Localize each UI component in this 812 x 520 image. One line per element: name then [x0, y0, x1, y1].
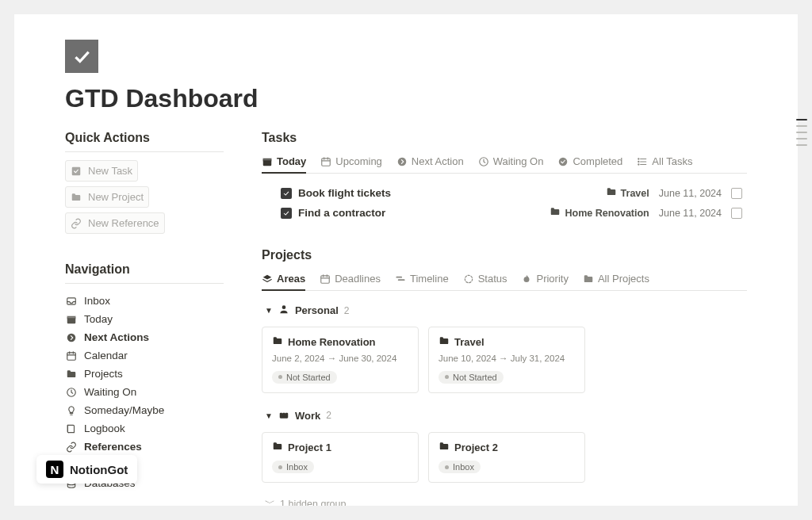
quick-action-new-project[interactable]: New Project	[65, 186, 149, 208]
tab-label: Next Action	[412, 155, 464, 167]
task-project[interactable]: Travel	[606, 186, 649, 200]
check-square-icon	[71, 166, 82, 177]
task-name: Find a contractor	[298, 207, 385, 219]
svg-rect-3	[67, 315, 76, 318]
nav-item-label: Inbox	[84, 295, 110, 307]
tasks-tab-next-action[interactable]: Next Action	[396, 151, 464, 173]
tab-label: Timeline	[410, 273, 449, 285]
quick-action-label: New Task	[88, 165, 132, 177]
group-count: 2	[326, 410, 331, 421]
quick-action-label: New Reference	[88, 217, 159, 229]
project-card-title: Home Renovation	[288, 336, 376, 348]
nav-item-projects[interactable]: Projects	[65, 365, 224, 383]
nav-item-today[interactable]: Today	[65, 310, 224, 328]
folder-icon	[272, 335, 283, 349]
hidden-group-label: 1 hidden group	[280, 499, 346, 507]
clock-icon	[65, 387, 78, 398]
nav-item-someday-maybe[interactable]: Someday/Maybe	[65, 401, 224, 419]
tasks-tab-completed[interactable]: Completed	[557, 151, 622, 173]
projects-tab-priority[interactable]: Priority	[521, 269, 568, 290]
task-done-checkbox[interactable]	[731, 188, 742, 199]
layers-icon	[262, 273, 273, 285]
folder-icon	[272, 441, 283, 454]
nav-item-label: Today	[84, 313, 113, 325]
tasks-tab-waiting-on[interactable]: Waiting On	[478, 151, 544, 173]
divider	[65, 283, 224, 284]
svg-rect-0	[72, 166, 81, 175]
tasks-tab-today[interactable]: Today	[262, 151, 306, 173]
project-group-header-work[interactable]: ▼ Work 2	[262, 406, 747, 426]
tasks-tab-upcoming[interactable]: Upcoming	[320, 151, 382, 173]
folder-icon	[65, 369, 78, 380]
calendar-today-icon	[262, 156, 273, 167]
svg-rect-13	[263, 158, 272, 160]
project-card[interactable]: Home Renovation June 2, 2024 → June 30, …	[262, 327, 419, 393]
projects-tab-deadlines[interactable]: Deadlines	[320, 269, 381, 290]
triangle-down-icon: ▼	[265, 306, 273, 315]
svg-point-18	[398, 157, 407, 166]
calendar-today-icon	[65, 314, 78, 325]
projects-tab-timeline[interactable]: Timeline	[395, 269, 449, 290]
task-name: Book flight tickets	[298, 187, 391, 199]
tasks-tab-all-tasks[interactable]: All Tasks	[637, 151, 692, 173]
flame-icon	[521, 273, 532, 285]
project-card[interactable]: Project 1 Inbox	[262, 432, 419, 484]
timeline-icon	[395, 273, 406, 285]
brand-logo-icon: N	[46, 461, 63, 478]
tab-label: Completed	[573, 155, 622, 167]
svg-rect-14	[322, 158, 331, 165]
nav-item-waiting-on[interactable]: Waiting On	[65, 383, 224, 401]
task-check-icon[interactable]	[281, 188, 292, 199]
task-row[interactable]: Find a contractor Home Renovation June 1…	[262, 203, 747, 223]
tab-label: Upcoming	[335, 155, 382, 167]
nav-item-inbox[interactable]: Inbox	[65, 292, 224, 310]
brand-badge[interactable]: N NotionGot	[36, 455, 137, 484]
task-date: June 11, 2024	[659, 188, 722, 199]
group-name: Personal	[295, 304, 339, 316]
quick-action-new-reference[interactable]: New Reference	[65, 212, 165, 234]
tab-label: All Tasks	[652, 155, 692, 167]
circle-dashed-icon	[463, 273, 474, 285]
project-card-title: Project 2	[454, 442, 498, 453]
svg-rect-5	[67, 352, 76, 359]
task-row[interactable]: Book flight tickets Travel June 11, 2024	[262, 183, 747, 203]
project-card[interactable]: Project 2 Inbox	[428, 432, 585, 484]
tab-label: Deadlines	[335, 273, 381, 285]
nav-item-label: Projects	[84, 368, 123, 380]
project-card[interactable]: Travel June 10, 2024 → July 31, 2024 Not…	[428, 327, 585, 393]
projects-tab-all-projects[interactable]: All Projects	[583, 269, 649, 290]
hidden-group-toggle[interactable]: ﹀ 1 hidden group	[262, 495, 747, 506]
task-check-icon[interactable]	[281, 208, 292, 219]
lightbulb-icon	[65, 405, 78, 416]
project-card-title: Travel	[454, 336, 485, 348]
nav-item-logbook[interactable]: Logbook	[65, 419, 224, 438]
project-status-tag: Not Started	[439, 371, 504, 384]
task-done-checkbox[interactable]	[731, 208, 742, 219]
chevron-down-icon: ﹀	[265, 497, 275, 506]
project-group-header-personal[interactable]: ▼ Personal 2	[262, 300, 747, 320]
project-status-tag: Inbox	[439, 461, 481, 473]
divider	[65, 151, 224, 152]
nav-item-next-actions[interactable]: Next Actions	[65, 328, 224, 346]
arrow-right-circle-icon	[65, 332, 78, 343]
page-icon-check	[65, 40, 98, 73]
projects-tab-areas[interactable]: Areas	[262, 269, 305, 290]
calendar-icon	[320, 273, 331, 285]
calendar-icon	[320, 156, 331, 167]
minimap	[796, 119, 807, 146]
quick-actions-heading: Quick Actions	[65, 131, 224, 145]
svg-point-24	[638, 158, 639, 159]
project-card-dates: June 10, 2024 → July 31, 2024	[439, 354, 575, 363]
nav-item-references[interactable]: References	[65, 438, 224, 456]
project-status-tag: Not Started	[272, 371, 337, 384]
group-name: Work	[295, 410, 320, 422]
nav-item-label: Next Actions	[84, 331, 149, 343]
briefcase-icon	[278, 409, 289, 422]
project-card-title: Project 1	[288, 442, 331, 453]
nav-item-calendar[interactable]: Calendar	[65, 346, 224, 365]
quick-action-new-task[interactable]: New Task	[65, 160, 138, 182]
task-project[interactable]: Home Renovation	[550, 206, 649, 220]
tab-label: Waiting On	[493, 155, 544, 167]
tab-label: Areas	[277, 273, 305, 285]
projects-tab-status[interactable]: Status	[463, 269, 508, 290]
